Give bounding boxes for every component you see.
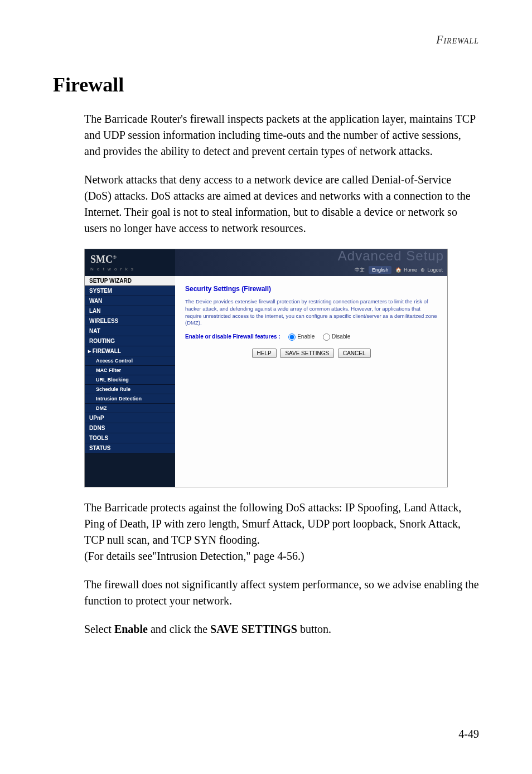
nav-wan[interactable]: WAN — [85, 296, 175, 306]
nav-routing[interactable]: ROUTING — [85, 336, 175, 346]
paragraph-3: The Barricade protects against the follo… — [84, 500, 479, 564]
nav-url-blocking[interactable]: URL Blocking — [85, 375, 175, 385]
paragraph-2: Network attacks that deny access to a ne… — [84, 172, 479, 236]
banner-title: Advanced Setup — [338, 248, 444, 264]
nav-nat[interactable]: NAT — [85, 326, 175, 336]
banner-links: 中文 English 🏠Home ⊗Logout — [352, 267, 443, 274]
nav-system[interactable]: SYSTEM — [85, 286, 175, 296]
button-row: HELP SAVE SETTINGS CANCEL — [185, 349, 437, 358]
nav-access-control[interactable]: Access Control — [85, 356, 175, 366]
cancel-button[interactable]: CANCEL — [338, 349, 371, 358]
lang-en-link[interactable]: English — [369, 266, 392, 274]
nav-lan[interactable]: LAN — [85, 306, 175, 316]
content-panel: Security Settings (Firewall) The Device … — [175, 276, 447, 487]
radio-enable-label[interactable]: Enable — [288, 333, 315, 340]
router-admin-screenshot: SMC® N e t w o r k s Advanced Setup 中文 E… — [84, 249, 448, 487]
screenshot-body: SETUP WIZARD SYSTEM WAN LAN WIRELESS NAT… — [85, 276, 447, 487]
logout-icon: ⊗ — [420, 267, 425, 273]
nav-upnp[interactable]: UPnP — [85, 413, 175, 423]
paragraph-5: Select Enable and click the SAVE SETTING… — [84, 621, 479, 637]
enable-label: Enable or disable Firewall features : — [185, 333, 280, 340]
nav-intrusion-detection[interactable]: Intrusion Detection — [85, 394, 175, 404]
home-link[interactable]: Home — [404, 267, 417, 273]
paragraph-4: The firewall does not significantly affe… — [84, 577, 479, 609]
page-title: Firewall — [53, 73, 479, 96]
sidebar-nav: SETUP WIZARD SYSTEM WAN LAN WIRELESS NAT… — [85, 276, 175, 487]
radio-enable[interactable] — [288, 333, 296, 341]
home-icon: 🏠 — [395, 267, 402, 273]
nav-mac-filter[interactable]: MAC Filter — [85, 366, 175, 375]
nav-wireless[interactable]: WIRELESS — [85, 316, 175, 326]
nav-firewall[interactable]: ▸ FIREWALL — [85, 346, 175, 356]
radio-disable-label[interactable]: Disable — [323, 333, 350, 340]
nav-status[interactable]: STATUS — [85, 443, 175, 453]
enable-row: Enable or disable Firewall features : En… — [185, 333, 437, 341]
logo-subtext: N e t w o r k s — [90, 267, 134, 272]
radio-disable[interactable] — [323, 333, 330, 341]
page-number: 4-49 — [458, 728, 479, 741]
content-description: The Device provides extensive firewall p… — [185, 298, 437, 327]
running-head: Firewall — [53, 33, 479, 46]
paragraph-1: The Barricade Router's firewall inspects… — [84, 111, 479, 159]
banner: Advanced Setup 中文 English 🏠Home ⊗Logout — [175, 249, 447, 276]
logo-brand: SMC® — [90, 254, 117, 265]
nav-tools[interactable]: TOOLS — [85, 433, 175, 443]
nav-setup-wizard[interactable]: SETUP WIZARD — [85, 276, 175, 286]
paragraph-3-note: (For details see"Intrusion Detection," p… — [84, 550, 304, 562]
screenshot-header: SMC® N e t w o r k s Advanced Setup 中文 E… — [85, 249, 447, 276]
nav-ddns[interactable]: DDNS — [85, 423, 175, 433]
save-settings-button[interactable]: SAVE SETTINGS — [280, 349, 334, 358]
help-button[interactable]: HELP — [252, 349, 277, 358]
nav-spacer — [85, 453, 175, 487]
lang-cn-link[interactable]: 中文 — [355, 267, 365, 273]
logout-link[interactable]: Logout — [427, 267, 443, 273]
content-title: Security Settings (Firewall) — [185, 285, 437, 293]
nav-schedule-rule[interactable]: Schedule Rule — [85, 385, 175, 394]
logo-block: SMC® N e t w o r k s — [85, 249, 175, 276]
nav-dmz[interactable]: DMZ — [85, 404, 175, 413]
